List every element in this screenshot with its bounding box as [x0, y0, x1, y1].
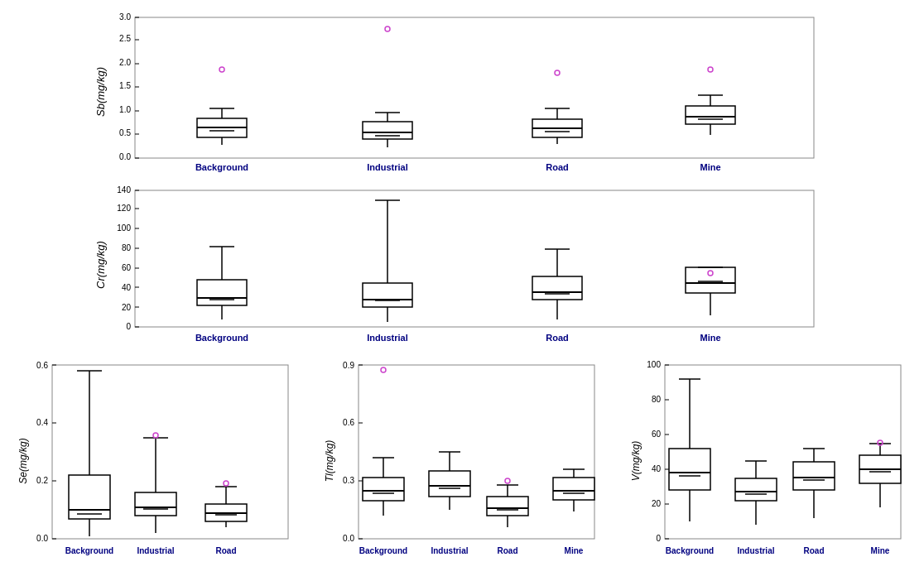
top-row: Sb(mg/kg) 0.0 0.5 1.0 1.5 2.0	[7, 5, 917, 179]
svg-rect-189	[735, 478, 777, 501]
svg-text:Tl(mg/kg): Tl(mg/kg)	[324, 440, 335, 483]
svg-rect-152	[487, 497, 528, 516]
svg-text:80: 80	[122, 243, 132, 252]
svg-rect-195	[793, 462, 835, 490]
svg-rect-73	[363, 283, 412, 307]
svg-text:0.0: 0.0	[343, 534, 354, 543]
svg-text:Industrial: Industrial	[431, 546, 468, 555]
svg-text:Background: Background	[65, 546, 113, 555]
svg-text:0: 0	[126, 322, 131, 331]
svg-rect-49	[135, 190, 814, 327]
se-chart: Se(mg/kg) 0.0 0.2 0.4 0.6	[7, 355, 305, 570]
svg-text:60: 60	[652, 430, 662, 439]
svg-rect-24	[363, 122, 412, 139]
svg-text:0.6: 0.6	[36, 361, 48, 370]
svg-rect-67	[197, 280, 247, 305]
sb-chart: Sb(mg/kg) 0.0 0.5 1.0 1.5 2.0	[7, 5, 917, 179]
svg-text:1.5: 1.5	[119, 81, 131, 90]
svg-text:0.4: 0.4	[36, 418, 48, 427]
svg-text:Mine: Mine	[565, 546, 584, 555]
svg-text:Background: Background	[195, 333, 248, 343]
svg-text:0.9: 0.9	[343, 361, 354, 370]
mid-row: Cr(mg/kg) 0 20 40 60 80 100 120 140	[7, 182, 917, 348]
svg-text:Road: Road	[498, 546, 518, 555]
svg-text:Cr(mg/kg): Cr(mg/kg)	[94, 241, 107, 289]
svg-text:Background: Background	[359, 546, 407, 555]
svg-text:1.0: 1.0	[119, 105, 131, 114]
svg-text:Se(mg/kg): Se(mg/kg)	[17, 438, 29, 483]
svg-text:2.5: 2.5	[119, 34, 131, 43]
svg-text:Road: Road	[216, 546, 237, 555]
tl-chart: Tl(mg/kg) 0.0 0.3 0.6 0.9	[313, 355, 611, 570]
svg-rect-112	[135, 492, 176, 516]
svg-text:100: 100	[647, 360, 661, 369]
svg-text:Industrial: Industrial	[737, 546, 774, 555]
svg-text:0.0: 0.0	[119, 152, 131, 161]
svg-text:Mine: Mine	[700, 162, 720, 172]
svg-text:Industrial: Industrial	[137, 546, 174, 555]
svg-text:V(mg/kg): V(mg/kg)	[630, 441, 642, 482]
svg-text:40: 40	[122, 283, 132, 292]
svg-text:0.5: 0.5	[119, 128, 131, 137]
svg-text:Sb(mg/kg): Sb(mg/kg)	[94, 67, 107, 117]
svg-text:Industrial: Industrial	[367, 333, 408, 343]
svg-text:Mine: Mine	[871, 546, 890, 555]
svg-text:20: 20	[652, 499, 662, 508]
svg-rect-79	[532, 276, 582, 300]
svg-text:Road: Road	[546, 333, 569, 343]
svg-text:0.2: 0.2	[36, 476, 48, 485]
svg-text:Industrial: Industrial	[367, 162, 408, 172]
svg-rect-129	[359, 365, 594, 539]
svg-text:0: 0	[656, 534, 661, 543]
svg-text:140: 140	[117, 185, 131, 194]
svg-text:Mine: Mine	[700, 333, 720, 343]
svg-rect-139	[363, 478, 404, 501]
svg-text:100: 100	[117, 223, 131, 233]
svg-text:Road: Road	[804, 546, 825, 555]
svg-text:3.0: 3.0	[119, 12, 131, 22]
svg-text:Road: Road	[546, 162, 569, 172]
svg-text:Background: Background	[195, 162, 248, 172]
svg-text:20: 20	[122, 303, 132, 312]
svg-text:2.0: 2.0	[119, 58, 131, 67]
bottom-row: Se(mg/kg) 0.0 0.2 0.4 0.6	[7, 355, 917, 570]
cr-chart: Cr(mg/kg) 0 20 40 60 80 100 120 140	[7, 182, 917, 348]
svg-text:80: 80	[652, 395, 662, 404]
svg-text:0.6: 0.6	[343, 418, 354, 427]
svg-text:60: 60	[122, 263, 132, 272]
svg-text:0.3: 0.3	[343, 476, 354, 485]
main-container: Sb(mg/kg) 0.0 0.5 1.0 1.5 2.0	[7, 5, 917, 576]
svg-rect-183	[669, 449, 710, 490]
svg-rect-106	[69, 475, 110, 519]
svg-text:0.0: 0.0	[36, 534, 48, 543]
svg-text:120: 120	[117, 204, 131, 213]
svg-rect-159	[553, 478, 594, 500]
svg-text:Background: Background	[666, 546, 714, 555]
v-chart: V(mg/kg) 0 20 40 60 80 100	[619, 355, 917, 570]
svg-text:40: 40	[652, 464, 662, 473]
svg-rect-38	[686, 106, 735, 124]
svg-rect-146	[429, 471, 470, 497]
